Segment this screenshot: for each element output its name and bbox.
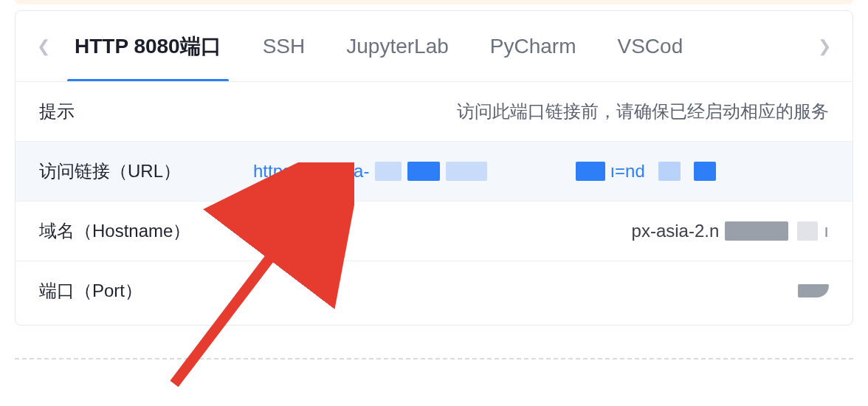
row-label: 访问链接（URL） <box>39 159 253 183</box>
redacted-block-icon <box>694 162 716 181</box>
tab-http-8080[interactable]: HTTP 8080端口 <box>54 11 242 81</box>
tabs-scroll-right-icon[interactable]: ❯ <box>814 37 835 56</box>
row-value: 访问此端口链接前，请确保已经启动相应的服务 <box>253 100 829 123</box>
redacted-block-icon <box>658 162 681 181</box>
hostname-prefix: px-asia-2.n <box>632 221 720 241</box>
url-fragment: ı=nd <box>610 161 644 182</box>
row-value: https://px-asia- ı=nd <box>253 161 829 182</box>
tabs-row: ❮ HTTP 8080端口 SSH JupyterLab PyCharm VSC… <box>16 11 852 82</box>
redacted-port-icon <box>798 284 829 297</box>
tab-pycharm[interactable]: PyCharm <box>469 11 597 81</box>
tab-label: SSH <box>263 35 306 58</box>
hostname-suffix-char: ı <box>824 221 829 241</box>
tab-label: PyCharm <box>490 35 576 58</box>
row-port: 端口（Port） <box>16 261 852 320</box>
connection-card: ❮ HTTP 8080端口 SSH JupyterLab PyCharm VSC… <box>15 10 853 326</box>
redacted-block-icon <box>797 221 818 241</box>
row-hostname: 域名（Hostname） px-asia-2.n ı <box>16 202 852 261</box>
tabs-list: HTTP 8080端口 SSH JupyterLab PyCharm VSCod <box>54 11 814 81</box>
row-label: 端口（Port） <box>39 279 253 303</box>
redacted-block-icon <box>725 221 788 241</box>
tab-label: JupyterLab <box>346 35 449 58</box>
redacted-block-icon <box>446 162 487 181</box>
row-label: 提示 <box>39 100 253 123</box>
row-url: 访问链接（URL） https://px-asia- ı=nd <box>16 142 852 202</box>
top-alert-strip <box>15 0 853 4</box>
row-value <box>253 284 829 297</box>
tab-ssh[interactable]: SSH <box>242 11 326 81</box>
info-rows: 提示 访问此端口链接前，请确保已经启动相应的服务 访问链接（URL） https… <box>16 82 852 320</box>
tab-label: VSCod <box>618 35 683 58</box>
redacted-block-icon <box>407 162 440 181</box>
tab-jupyterlab[interactable]: JupyterLab <box>326 11 469 81</box>
redacted-block-icon <box>576 162 605 181</box>
row-label: 域名（Hostname） <box>39 219 253 243</box>
row-value: px-asia-2.n ı <box>253 221 829 241</box>
row-tip: 提示 访问此端口链接前，请确保已经启动相应的服务 <box>16 82 852 142</box>
url-link[interactable]: https://px-asia- <box>253 161 369 182</box>
section-divider <box>15 358 853 359</box>
tab-vscode[interactable]: VSCod <box>597 11 704 81</box>
redacted-block-icon <box>375 162 402 181</box>
tabs-scroll-left-icon[interactable]: ❮ <box>33 37 54 56</box>
tab-label: HTTP 8080端口 <box>75 32 221 61</box>
